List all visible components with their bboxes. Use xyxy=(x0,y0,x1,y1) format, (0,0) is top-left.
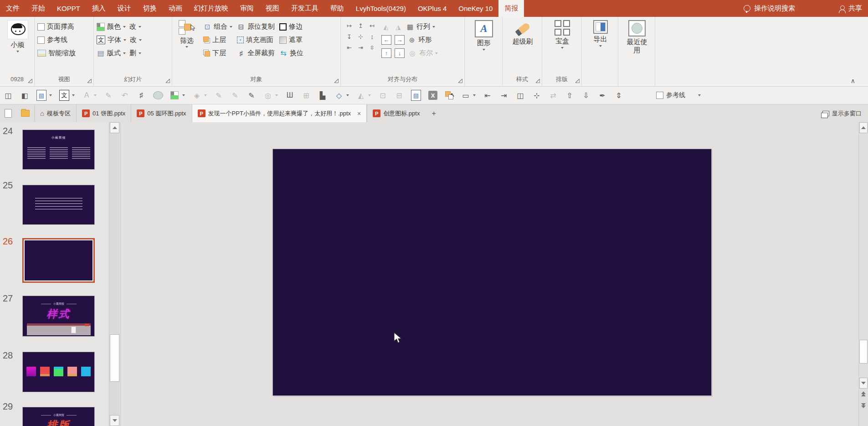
export-button[interactable]: 导出 xyxy=(591,20,611,75)
menu-item-review[interactable]: 审阅 xyxy=(234,0,260,17)
columns-icon[interactable]: Ш xyxy=(285,90,294,100)
dialog-launcher-icon[interactable] xyxy=(87,79,92,83)
panel-scroll-up-button[interactable] xyxy=(110,122,119,133)
chart-icon[interactable]: ▙ xyxy=(318,90,327,100)
menu-item-view[interactable]: 视图 xyxy=(260,0,285,17)
rows-cols-button[interactable]: ▦ 行列 xyxy=(406,20,435,33)
menu-item-home[interactable]: 开始 xyxy=(26,0,51,17)
push-left-icon[interactable]: ⇤ xyxy=(483,90,492,100)
distribute-right-icon[interactable]: ⇥ xyxy=(358,44,363,51)
distribute-vertical-icon[interactable]: ⇳ xyxy=(370,44,375,51)
previous-slide-button[interactable] xyxy=(859,391,868,396)
color-change-button[interactable]: 改 xyxy=(129,20,141,33)
filter-button[interactable]: 筛选 xyxy=(175,20,199,75)
smart-zoom-button[interactable]: 智能缩放 xyxy=(37,47,76,60)
copy-in-place-button[interactable]: ⊟ 原位复制 xyxy=(237,20,275,33)
select-objects-icon[interactable]: ↖ xyxy=(445,91,454,100)
resize-height-icon[interactable]: ⇕ xyxy=(614,90,623,100)
align-right-icon[interactable]: ↤ xyxy=(370,22,375,29)
push-right-icon[interactable]: ⇥ xyxy=(499,90,508,100)
nudge-right-button[interactable]: → xyxy=(395,35,405,45)
crop-icon[interactable]: ♯ xyxy=(137,90,146,100)
eyedropper-active-icon[interactable]: ✎ xyxy=(247,90,256,100)
slide-thumbnail-26-selected[interactable] xyxy=(22,238,95,283)
super-brush-button[interactable]: 超级刷 xyxy=(510,20,536,75)
menu-item-lvyhtools[interactable]: LvyhTools(0429) xyxy=(350,0,412,17)
close-tab-icon[interactable]: × xyxy=(357,110,361,117)
shape-button[interactable]: A 图形 xyxy=(472,20,496,75)
dialog-launcher-icon[interactable] xyxy=(458,79,462,83)
new-tab-button[interactable]: + xyxy=(425,104,442,122)
menu-item-devtools[interactable]: 开发工具 xyxy=(285,0,324,17)
tab-creative-icons[interactable]: P 创意图标.pptx xyxy=(367,104,425,122)
format-brush-icon[interactable]: ✒ xyxy=(598,90,607,100)
menu-item-slideshow[interactable]: 幻灯片放映 xyxy=(188,0,234,17)
slide-thumbnail-28[interactable] xyxy=(22,352,95,392)
menu-item-insert[interactable]: 插入 xyxy=(86,0,112,17)
distribute-objects-icon[interactable]: ◧ xyxy=(20,90,29,100)
share-button[interactable]: 共享 xyxy=(833,4,868,13)
theme-color-icon[interactable] xyxy=(170,91,179,99)
menu-item-okplus[interactable]: OKPlus 4 xyxy=(412,0,452,17)
page-heighten-checkbox[interactable]: 页面撑高 xyxy=(37,20,76,33)
group-button[interactable]: ⊡ 组合 xyxy=(203,20,232,33)
fill-canvas-button[interactable]: + 填充画面 xyxy=(237,33,275,47)
menu-item-onekey[interactable]: OneKey 10 xyxy=(452,0,498,17)
open-folder-button[interactable] xyxy=(16,104,34,122)
guides-toggle[interactable]: 参考线 xyxy=(656,91,701,99)
send-backward-button[interactable]: 下层 xyxy=(203,47,232,60)
panel-scroll-down-button[interactable] xyxy=(110,415,119,426)
menu-item-transitions[interactable]: 切换 xyxy=(137,0,163,17)
menu-item-koppt[interactable]: KOPPT xyxy=(51,0,86,17)
slide-thumbnail-24[interactable]: 小顽简报 xyxy=(22,130,95,170)
menu-item-animations[interactable]: 动画 xyxy=(163,0,188,17)
menu-item-jianbao-active[interactable]: 简报 xyxy=(498,0,524,17)
align-bottom-icon[interactable]: ⇩ xyxy=(581,90,591,100)
align-middle-icon[interactable]: ↨ xyxy=(370,33,374,40)
frame-icon[interactable]: ▭ xyxy=(461,90,470,100)
align-left-icon[interactable]: ↦ xyxy=(347,22,352,29)
ellipse-shape-icon[interactable] xyxy=(153,91,163,99)
tab-donut-chart[interactable]: P 05 圆环图.pptx xyxy=(131,104,191,122)
panel-scrollbar-thumb[interactable] xyxy=(110,334,119,382)
fullscreen-crop-button[interactable]: ♯ 全屏裁剪 xyxy=(237,47,275,60)
font-change-button[interactable]: 改 xyxy=(130,33,142,47)
slide-thumbnail-27[interactable]: 小顽简报 样式 xyxy=(22,296,95,337)
text-style-icon[interactable]: ▤ xyxy=(36,90,46,101)
slide-delete-button[interactable]: 删 xyxy=(129,47,141,60)
shapes-icon[interactable]: ◇ xyxy=(334,90,344,100)
distribute-left-icon[interactable]: ⇤ xyxy=(347,44,352,51)
tab-plugin-active[interactable]: P 发现一个PPT小插件，使用起来爽爆了，太好用！.pptx × xyxy=(192,104,367,122)
align-center-icon[interactable]: ⊹ xyxy=(358,33,363,40)
tell-me-search[interactable]: 操作说明搜索 xyxy=(738,4,801,13)
slide-canvas[interactable] xyxy=(272,149,712,396)
dialog-launcher-icon[interactable] xyxy=(575,79,580,83)
bring-forward-button[interactable]: 上层 xyxy=(203,33,232,47)
collapse-ribbon-button[interactable]: ∧ xyxy=(851,77,855,84)
slide-color-button[interactable]: 颜色 xyxy=(97,20,126,33)
slide-thumbnail-25[interactable] xyxy=(22,185,95,225)
trim-edge-button[interactable]: 修边 xyxy=(279,20,303,33)
nudge-left-button[interactable]: ← xyxy=(381,35,391,45)
panel-scrollbar[interactable] xyxy=(109,122,120,426)
mask-button[interactable]: 遮罩 xyxy=(279,33,303,47)
scrollbar-thumb[interactable] xyxy=(859,340,868,364)
excel-icon[interactable]: X xyxy=(428,91,437,100)
align-objects-icon[interactable]: ◫ xyxy=(4,90,13,100)
tab-pie-chart[interactable]: P 01 饼图.pptx xyxy=(76,104,131,122)
show-multi-window-button[interactable]: 显示多窗口 xyxy=(822,104,868,122)
profile-button[interactable]: 小顽 xyxy=(5,20,31,75)
align-center-icon[interactable]: ⊹ xyxy=(532,90,541,100)
dialog-launcher-icon[interactable] xyxy=(166,79,170,83)
dialog-launcher-icon[interactable] xyxy=(334,79,339,83)
dialog-launcher-icon[interactable] xyxy=(536,79,540,83)
treasure-box-button[interactable]: 宝盒 xyxy=(552,20,573,75)
scroll-up-button[interactable] xyxy=(859,122,868,133)
align-bottom-icon[interactable]: ↧ xyxy=(347,33,352,40)
nudge-down-button[interactable]: ↓ xyxy=(395,48,405,58)
swap-position-button[interactable]: ⇆ 换位 xyxy=(279,47,303,60)
menu-item-help[interactable]: 帮助 xyxy=(324,0,350,17)
slide-font-button[interactable]: 文 字体 xyxy=(97,33,126,47)
menu-item-design[interactable]: 设计 xyxy=(112,0,137,17)
next-slide-button[interactable] xyxy=(859,403,868,408)
